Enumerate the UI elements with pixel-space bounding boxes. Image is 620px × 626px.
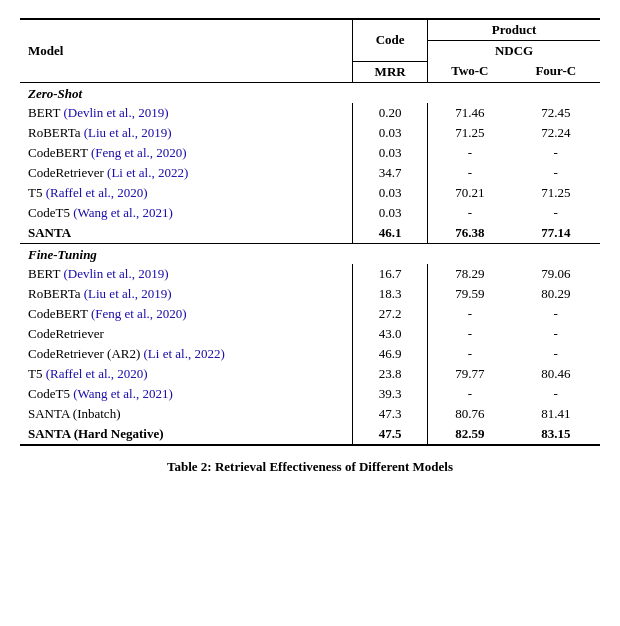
citation: (Liu et al., 2019) xyxy=(84,125,172,140)
model-label: BERT xyxy=(28,105,63,120)
model-name: CodeRetriever (AR2) (Li et al., 2022) xyxy=(20,344,353,364)
model-name: SANTA (Inbatch) xyxy=(20,404,353,424)
twoc-header: Two-C xyxy=(428,61,512,82)
mrr-value: 43.0 xyxy=(353,324,428,344)
twoc-value: 79.77 xyxy=(428,364,512,384)
model-label: CodeBERT xyxy=(28,306,91,321)
model-name: RoBERTa (Liu et al., 2019) xyxy=(20,284,353,304)
model-label: CodeBERT xyxy=(28,145,91,160)
mrr-value: 46.1 xyxy=(353,223,428,244)
fourc-value: 81.41 xyxy=(512,404,600,424)
mrr-value: 0.03 xyxy=(353,123,428,143)
fourc-value: - xyxy=(512,163,600,183)
mrr-value: 23.8 xyxy=(353,364,428,384)
fourc-header: Four-C xyxy=(512,61,600,82)
model-name: SANTA xyxy=(20,223,353,244)
table-row: CodeRetriever (AR2) (Li et al., 2022)46.… xyxy=(20,344,600,364)
model-label: CodeT5 xyxy=(28,386,73,401)
model-name: CodeRetriever (Li et al., 2022) xyxy=(20,163,353,183)
mrr-value: 18.3 xyxy=(353,284,428,304)
model-label: T5 xyxy=(28,366,46,381)
fourc-value: - xyxy=(512,324,600,344)
code-header: Code xyxy=(353,19,428,61)
table-row: CodeBERT (Feng et al., 2020)0.03-- xyxy=(20,143,600,163)
model-name: CodeRetriever xyxy=(20,324,353,344)
model-label: T5 xyxy=(28,185,46,200)
mrr-value: 0.03 xyxy=(353,203,428,223)
mrr-value: 46.9 xyxy=(353,344,428,364)
citation: (Feng et al., 2020) xyxy=(91,306,187,321)
header-row-top: Model Code Product xyxy=(20,19,600,41)
mrr-value: 47.5 xyxy=(353,424,428,445)
table-row: CodeRetriever43.0-- xyxy=(20,324,600,344)
table-row: CodeRetriever (Li et al., 2022)34.7-- xyxy=(20,163,600,183)
model-name: BERT (Devlin et al., 2019) xyxy=(20,264,353,284)
fourc-value: 72.24 xyxy=(512,123,600,143)
mrr-header: MRR xyxy=(353,61,428,82)
section-header-zero-shot: Zero-Shot xyxy=(20,82,600,103)
fourc-value: 80.29 xyxy=(512,284,600,304)
citation: (Feng et al., 2020) xyxy=(91,145,187,160)
section-header-fine-tuning: Fine-Tuning xyxy=(20,243,600,264)
table-caption: Table 2: Retrieval Effectiveness of Diff… xyxy=(20,458,600,476)
mrr-value: 16.7 xyxy=(353,264,428,284)
twoc-value: 82.59 xyxy=(428,424,512,445)
twoc-value: 76.38 xyxy=(428,223,512,244)
caption-bold: Table 2: Retrieval Effectiveness of Diff… xyxy=(167,459,453,474)
twoc-value: 71.46 xyxy=(428,103,512,123)
mrr-value: 0.20 xyxy=(353,103,428,123)
table-row: SANTA (Inbatch)47.380.7681.41 xyxy=(20,404,600,424)
mrr-value: 34.7 xyxy=(353,163,428,183)
table-row: RoBERTa (Liu et al., 2019)0.0371.2572.24 xyxy=(20,123,600,143)
citation: (Li et al., 2022) xyxy=(107,165,188,180)
mrr-value: 39.3 xyxy=(353,384,428,404)
model-header: Model xyxy=(20,19,353,82)
citation: (Devlin et al., 2019) xyxy=(63,266,168,281)
citation: (Wang et al., 2021) xyxy=(73,386,173,401)
twoc-value: 71.25 xyxy=(428,123,512,143)
fourc-value: 72.45 xyxy=(512,103,600,123)
table-row: RoBERTa (Liu et al., 2019)18.379.5980.29 xyxy=(20,284,600,304)
table-row: T5 (Raffel et al., 2020)23.879.7780.46 xyxy=(20,364,600,384)
fourc-value: - xyxy=(512,143,600,163)
citation: (Li et al., 2022) xyxy=(144,346,225,361)
twoc-value: - xyxy=(428,304,512,324)
mrr-value: 0.03 xyxy=(353,183,428,203)
model-label: CodeRetriever xyxy=(28,165,107,180)
twoc-value: - xyxy=(428,143,512,163)
table-row: CodeT5 (Wang et al., 2021)39.3-- xyxy=(20,384,600,404)
twoc-value: - xyxy=(428,324,512,344)
model-label: RoBERTa xyxy=(28,125,84,140)
twoc-value: 78.29 xyxy=(428,264,512,284)
model-name: T5 (Raffel et al., 2020) xyxy=(20,183,353,203)
table-row: BERT (Devlin et al., 2019)16.778.2979.06 xyxy=(20,264,600,284)
model-name: CodeT5 (Wang et al., 2021) xyxy=(20,203,353,223)
citation: (Wang et al., 2021) xyxy=(73,205,173,220)
product-header: Product xyxy=(428,19,600,41)
fourc-value: - xyxy=(512,384,600,404)
table-row: CodeT5 (Wang et al., 2021)0.03-- xyxy=(20,203,600,223)
twoc-value: 70.21 xyxy=(428,183,512,203)
citation: (Devlin et al., 2019) xyxy=(63,105,168,120)
twoc-value: 80.76 xyxy=(428,404,512,424)
fourc-value: 79.06 xyxy=(512,264,600,284)
twoc-value: 79.59 xyxy=(428,284,512,304)
table-row: BERT (Devlin et al., 2019)0.2071.4672.45 xyxy=(20,103,600,123)
model-label: CodeT5 xyxy=(28,205,73,220)
table-row: T5 (Raffel et al., 2020)0.0370.2171.25 xyxy=(20,183,600,203)
model-name: RoBERTa (Liu et al., 2019) xyxy=(20,123,353,143)
model-label: BERT xyxy=(28,266,63,281)
table-row: SANTA46.176.3877.14 xyxy=(20,223,600,244)
results-table: Model Code Product NDCG MRR Two-C Four-C… xyxy=(20,18,600,446)
model-label: RoBERTa xyxy=(28,286,84,301)
model-name: CodeT5 (Wang et al., 2021) xyxy=(20,384,353,404)
citation: (Raffel et al., 2020) xyxy=(46,185,148,200)
fourc-value: 77.14 xyxy=(512,223,600,244)
twoc-value: - xyxy=(428,344,512,364)
fourc-value: - xyxy=(512,344,600,364)
mrr-value: 47.3 xyxy=(353,404,428,424)
twoc-value: - xyxy=(428,163,512,183)
fourc-value: 83.15 xyxy=(512,424,600,445)
mrr-value: 0.03 xyxy=(353,143,428,163)
mrr-value: 27.2 xyxy=(353,304,428,324)
